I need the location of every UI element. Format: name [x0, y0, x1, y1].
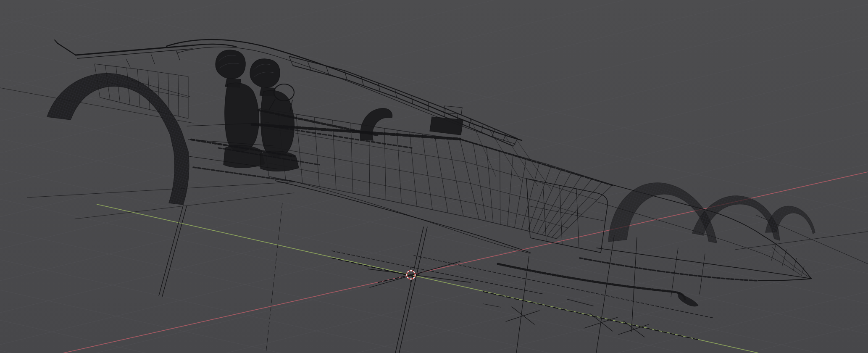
viewport-canvas[interactable]	[0, 0, 868, 353]
3d-viewport[interactable]	[0, 0, 868, 353]
